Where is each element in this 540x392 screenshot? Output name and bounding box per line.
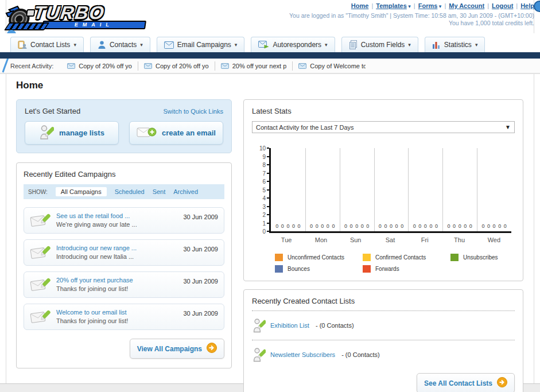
tab-email-campaigns[interactable]: Email Campaigns▾	[157, 37, 245, 52]
stats-period-dropdown[interactable]: Contact Activity for the Last 7 Days ▼	[252, 121, 515, 133]
header-link-my-account[interactable]: My Account	[449, 2, 484, 9]
campaign-date: 30 Jun 2009	[183, 244, 218, 253]
campaign-edit-icon	[30, 309, 51, 325]
tab-statistics[interactable]: Statistics▾	[425, 37, 485, 52]
get-started-panel: Let's Get Started Switch to Quick Links	[16, 99, 232, 153]
tab-custom-fields[interactable]: Custom Fields▾	[341, 37, 418, 52]
show-label: SHOW:	[28, 189, 48, 195]
x-axis-tick-label: Sat	[386, 236, 395, 243]
chart-value-label: 0	[401, 223, 403, 229]
chart-value-label: 0	[464, 223, 467, 229]
tab-contacts[interactable]: Contacts▾	[90, 37, 150, 52]
y-axis-tick-label: 3	[262, 203, 266, 209]
y-axis-tick-mark	[267, 173, 269, 174]
create-email-button[interactable]: create an email	[129, 121, 223, 145]
header-link-templates[interactable]: Templates	[376, 2, 407, 9]
recent-activity-item[interactable]: Copy of 20% off yo	[138, 61, 215, 71]
get-started-title: Let's Get Started	[25, 107, 80, 115]
campaign-item[interactable]: Welcome to our email listThanks for join…	[24, 304, 224, 330]
filter-scheduled[interactable]: Scheduled	[115, 188, 145, 195]
chart-value-label: 0	[316, 223, 318, 229]
navy-divider-bar	[0, 52, 540, 59]
chart-value-label: 0	[281, 223, 284, 229]
tab-contact-lists[interactable]: Contact Lists▾	[10, 37, 84, 52]
switch-quick-links[interactable]: Switch to Quick Links	[163, 108, 223, 115]
y-axis-tick-mark	[267, 164, 269, 165]
campaign-title-link[interactable]: Welcome to our email list	[56, 308, 128, 317]
legend-label: Confirmed Contacts	[375, 254, 426, 261]
tab-autoresponders[interactable]: Autoresponders▾	[251, 37, 335, 52]
contact-list-name-link[interactable]: Exhibition List	[270, 322, 309, 329]
envelope-icon	[298, 63, 306, 69]
chart-value-label: 0	[459, 223, 461, 229]
header-link-forms[interactable]: Forms	[418, 2, 438, 9]
custom-fields-icon	[349, 40, 358, 49]
manage-lists-icon	[39, 125, 54, 142]
chart-value-label: 0	[321, 223, 324, 229]
campaign-item[interactable]: 20% off your next purchaseThanks for joi…	[24, 271, 224, 298]
contact-list-item[interactable]: Exhibition List - (0 Contacts)	[252, 316, 515, 335]
legend-swatch	[363, 254, 371, 261]
header-links: Home|Templates ▾|Forms ▾|My Account|Logo…	[351, 2, 534, 9]
header-link-help[interactable]: Help	[520, 2, 534, 9]
filter-sent[interactable]: Sent	[153, 188, 166, 195]
manage-lists-button[interactable]: manage lists	[25, 121, 119, 145]
y-axis-tick-label: 5	[262, 187, 266, 193]
campaigns-filter-bar: SHOW: All CampaignsScheduledSentArchived	[24, 184, 224, 199]
y-axis-tick-mark	[267, 223, 269, 224]
chart-value-label: 0	[344, 223, 347, 229]
y-axis-tick-label: 0	[262, 228, 266, 235]
chart-value-label: 0	[384, 223, 387, 229]
campaign-title-link[interactable]: 20% off your next purchase	[56, 276, 133, 285]
campaign-subtitle: Thanks for joining our list!	[56, 317, 128, 324]
chart-value-label: 0	[413, 223, 416, 229]
y-axis-tick-mark	[267, 181, 269, 182]
legend-label: Unsubscribes	[463, 254, 498, 261]
campaign-edit-icon	[30, 244, 51, 261]
header-link-logout[interactable]: Logout	[492, 2, 513, 9]
contact-activity-chart: 0123456789100000000000000000000000000000…	[269, 148, 511, 246]
link-separator: |	[414, 2, 415, 9]
y-axis-tick-mark	[267, 214, 269, 215]
recent-activity-item[interactable]: 20% off your next p	[215, 61, 293, 71]
link-separator: |	[371, 2, 373, 9]
campaign-date: 30 Jun 2009	[183, 276, 218, 285]
contact-list-item[interactable]: Newsletter Subscribers - (0 Contacts)	[252, 346, 515, 364]
tab-label: Email Campaigns	[177, 41, 231, 49]
turbo-email-logo: TURBO EMAIL	[3, 2, 157, 32]
y-axis-tick-label: 6	[262, 178, 266, 185]
help-bubble-icon[interactable]	[534, 1, 540, 12]
chart-value-label: 0	[418, 223, 421, 229]
envelope-icon	[221, 63, 229, 69]
recent-activity-item-label: 20% off your next p	[232, 63, 287, 69]
campaign-title-link[interactable]: See us at the retail food ...	[56, 212, 137, 220]
link-separator: |	[516, 2, 518, 9]
legend-item: Bounces	[275, 265, 363, 273]
see-all-contact-lists-button[interactable]: See All Contact Lists	[417, 373, 515, 392]
chart-value-label: 0	[366, 223, 369, 229]
latest-stats-title: Latest Stats	[252, 107, 515, 115]
contact-list-name-link[interactable]: Newsletter Subscribers	[270, 351, 335, 358]
recent-activity-bar: Recent Activity: Copy of 20% off yoCopy …	[0, 59, 540, 74]
chart-value-label: 0	[498, 223, 501, 229]
header-link-home[interactable]: Home	[351, 2, 369, 9]
filter-all-campaigns[interactable]: All Campaigns	[56, 187, 107, 196]
recent-activity-item[interactable]: Copy of Welcome to	[293, 61, 371, 71]
legend-swatch	[363, 265, 371, 273]
login-info: You are logged in as "Timothy Smith" | S…	[289, 12, 534, 19]
recent-activity-item[interactable]: Copy of 20% off yo	[61, 61, 138, 71]
view-all-campaigns-button[interactable]: View All Campaigns	[130, 339, 224, 359]
chevron-down-icon: ▾	[235, 42, 238, 48]
recent-activity-item-label: Copy of Welcome to	[310, 63, 366, 69]
create-email-label: create an email	[162, 129, 216, 137]
campaign-item[interactable]: See us at the retail food ...We're givin…	[24, 207, 224, 234]
campaign-date: 30 Jun 2009	[183, 212, 218, 220]
page-title: Home	[16, 80, 524, 91]
chevron-down-icon: ▾	[325, 42, 328, 48]
campaign-item[interactable]: Introducing our new range ...Introducing…	[24, 239, 224, 266]
chart-value-label: 0	[332, 223, 335, 229]
campaign-title-link[interactable]: Introducing our new range ...	[56, 244, 137, 253]
page: TURBO EMAIL Home|Templates ▾|Forms ▾|My …	[0, 0, 540, 392]
filter-archived[interactable]: Archived	[173, 188, 198, 195]
chart-value-label: 0	[275, 223, 278, 229]
